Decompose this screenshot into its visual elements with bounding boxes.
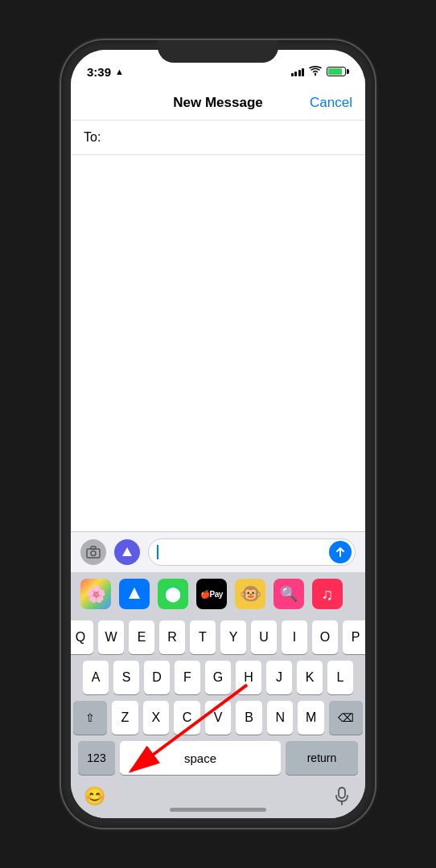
key-o[interactable]: O bbox=[312, 620, 338, 654]
phone-screen: 3:39 ▲ bbox=[71, 50, 365, 818]
to-input[interactable] bbox=[107, 130, 352, 145]
to-label: To: bbox=[84, 130, 101, 145]
key-row-3: ⇧ Z X C V B N M ⌫ bbox=[73, 701, 363, 735]
text-cursor bbox=[157, 545, 158, 559]
wifi-icon bbox=[309, 66, 322, 78]
key-f[interactable]: F bbox=[175, 661, 200, 694]
key-w[interactable]: W bbox=[98, 620, 124, 654]
key-t[interactable]: T bbox=[190, 620, 216, 654]
message-input-wrapper[interactable] bbox=[148, 538, 356, 566]
app-strip: 🌸 ⬤ 🍎Pay 🐵 🔍 ♫ bbox=[71, 572, 365, 616]
key-p[interactable]: P bbox=[343, 620, 365, 654]
key-row-2: A S D F G H J K L bbox=[73, 661, 363, 694]
microphone-button[interactable] bbox=[326, 784, 358, 809]
nav-title: New Message bbox=[173, 95, 263, 111]
key-d[interactable]: D bbox=[144, 661, 170, 694]
message-area[interactable] bbox=[71, 155, 365, 531]
signal-bars bbox=[291, 67, 305, 76]
key-y[interactable]: Y bbox=[220, 620, 246, 654]
key-g[interactable]: G bbox=[205, 661, 231, 694]
key-h[interactable]: H bbox=[236, 661, 261, 694]
key-b[interactable]: B bbox=[236, 701, 262, 735]
svg-point-1 bbox=[91, 551, 96, 556]
keyboard: Q W E R T Y U I O P A S D F G H J K bbox=[71, 616, 365, 818]
key-e[interactable]: E bbox=[129, 620, 154, 654]
to-field[interactable]: To: bbox=[71, 121, 365, 155]
battery-icon bbox=[327, 67, 349, 76]
svg-rect-3 bbox=[339, 788, 345, 798]
key-j[interactable]: J bbox=[266, 661, 292, 694]
key-m[interactable]: M bbox=[298, 701, 324, 735]
emoji-button[interactable]: 😊 bbox=[78, 784, 110, 809]
key-a[interactable]: A bbox=[83, 661, 109, 694]
key-c[interactable]: C bbox=[174, 701, 200, 735]
key-delete[interactable]: ⌫ bbox=[329, 701, 363, 735]
search-app-icon[interactable]: 🔍 bbox=[274, 579, 304, 609]
key-shift[interactable]: ⇧ bbox=[73, 701, 107, 735]
key-i[interactable]: I bbox=[282, 620, 307, 654]
key-row-4: 123 space return bbox=[73, 741, 363, 775]
status-icons bbox=[291, 66, 350, 78]
nav-bar: New Message Cancel bbox=[71, 85, 365, 121]
status-time: 3:39 ▲ bbox=[87, 65, 124, 79]
home-indicator bbox=[170, 808, 266, 812]
key-x[interactable]: X bbox=[143, 701, 170, 735]
key-space[interactable]: space bbox=[120, 741, 281, 775]
key-k[interactable]: K bbox=[297, 661, 323, 694]
key-z[interactable]: Z bbox=[112, 701, 138, 735]
appstore-app-icon[interactable] bbox=[119, 579, 150, 609]
key-n[interactable]: N bbox=[267, 701, 294, 735]
camera-button[interactable] bbox=[80, 539, 106, 565]
svg-rect-2 bbox=[91, 547, 96, 549]
fitness-app-icon[interactable]: ⬤ bbox=[158, 579, 188, 609]
key-r[interactable]: R bbox=[159, 620, 185, 654]
key-u[interactable]: U bbox=[251, 620, 277, 654]
photos-app-icon[interactable]: 🌸 bbox=[80, 579, 111, 609]
svg-rect-0 bbox=[87, 549, 100, 558]
location-icon: ▲ bbox=[115, 67, 124, 76]
key-s[interactable]: S bbox=[113, 661, 139, 694]
key-l[interactable]: L bbox=[327, 661, 353, 694]
music-app-icon[interactable]: ♫ bbox=[312, 579, 343, 609]
key-q[interactable]: Q bbox=[71, 620, 93, 654]
monkey-app-icon[interactable]: 🐵 bbox=[235, 579, 265, 609]
key-return[interactable]: return bbox=[286, 741, 358, 775]
message-toolbar bbox=[71, 531, 365, 572]
applepay-app-icon[interactable]: 🍎Pay bbox=[196, 579, 227, 609]
cancel-button[interactable]: Cancel bbox=[310, 95, 352, 111]
notch bbox=[158, 40, 278, 63]
key-row-1: Q W E R T Y U I O P bbox=[73, 620, 363, 654]
key-123[interactable]: 123 bbox=[78, 741, 115, 775]
phone-frame: 3:39 ▲ bbox=[61, 40, 375, 828]
send-button[interactable] bbox=[329, 541, 352, 563]
key-v[interactable]: V bbox=[205, 701, 232, 735]
appstore-button[interactable] bbox=[114, 539, 140, 565]
